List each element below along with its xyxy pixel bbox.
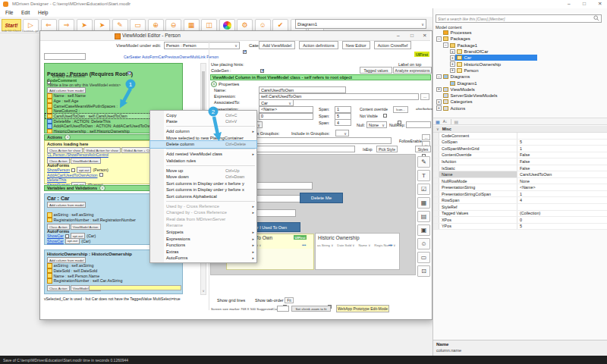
menu-item-rename[interactable]: Rename xyxy=(150,222,256,229)
requires-root-checkbox[interactable] xyxy=(127,71,131,75)
menu-item-paste[interactable]: PasteCtrl+V xyxy=(150,118,256,125)
property-value[interactable]: <Name> xyxy=(517,184,607,190)
sort-az-icon[interactable]: A↓ xyxy=(443,119,448,124)
viewmodel-column-row[interactable]: DateSold : self.DateSold xyxy=(46,268,182,274)
autoform-link[interactable]: DeleteThis xyxy=(47,177,66,182)
menu-item-changed-by-cross-reference[interactable]: Changed by - Cross Reference▸ xyxy=(150,209,256,216)
model-search-input[interactable]: Start a search like this [Class].[Member… xyxy=(436,14,602,23)
presentation-span-input[interactable] xyxy=(335,106,351,113)
webapp-prototype-button[interactable]: WebApp Prototype Edit-Mode xyxy=(336,305,389,312)
editor-minimize-button[interactable]: – xyxy=(397,33,400,39)
property-value[interactable]: None xyxy=(517,178,607,184)
tree-item-package1[interactable]: −Package1 xyxy=(435,42,606,49)
autoform-link[interactable]: AddACarIUsedToOwnAction xyxy=(47,173,98,177)
menu-item-autoforms[interactable]: AutoForms▸ xyxy=(150,255,256,262)
menu-help[interactable]: Help xyxy=(38,10,48,15)
filter-input[interactable] xyxy=(44,53,86,60)
menu-item-snippets[interactable]: Snippets▸ xyxy=(150,229,256,236)
tree-item-historicownership[interactable]: +HistoricOwnership xyxy=(435,61,606,67)
property-row-colspanwheningrid[interactable]: ColSpanWhenInGrid1 xyxy=(433,146,607,152)
menu-item-functions[interactable]: Functions▸ xyxy=(150,242,256,249)
autoform-checkbox[interactable] xyxy=(65,234,69,238)
autoform-link[interactable]: ShowCar xyxy=(47,239,64,243)
property-pages-icon[interactable]: ▤ xyxy=(454,119,459,124)
header-button-action-definitions[interactable]: Action definitions xyxy=(299,41,338,49)
property-row-presentationstring[interactable]: PresentationString<Name> xyxy=(433,184,607,191)
class-action-link[interactable]: CL.Person./ShowPersonAsInControl xyxy=(47,152,109,157)
menu-item-validation-rules[interactable]: Validation rules xyxy=(150,157,256,164)
grid-column-header[interactable]: Date Sold ∨ xyxy=(337,243,354,247)
property-row-name[interactable]: NameCarsIUsedToOwn xyxy=(433,171,607,178)
viewmodel-column-row[interactable]: Age : self.Age xyxy=(46,99,182,104)
analyze-expressions-button[interactable]: Analyze expressions xyxy=(393,67,432,74)
menu-item-move-up[interactable]: Move upCtrl+Up xyxy=(150,167,256,174)
property-row-rowspan[interactable]: RowSpan4 xyxy=(433,197,607,204)
property-value[interactable]: 0 xyxy=(517,217,607,223)
property-value[interactable] xyxy=(517,204,607,210)
menu-item-sort-columns-in-display-order-x-before-y[interactable]: Sort columns in Display order x before y xyxy=(150,180,256,187)
historic-action-input[interactable] xyxy=(89,285,181,290)
property-value[interactable]: 1 xyxy=(517,146,607,152)
property-row-isstatic[interactable]: IsStaticFalse xyxy=(433,165,607,172)
property-row-isaction[interactable]: IsActionFalse xyxy=(433,158,607,165)
tree-item-serversideviewmodels[interactable]: ServerSideViewModels xyxy=(435,93,606,99)
fit-button[interactable]: Fit xyxy=(285,297,294,303)
autoform-checkbox[interactable] xyxy=(99,173,103,177)
text-icon[interactable]: T xyxy=(417,170,430,181)
opt-out-chip[interactable]: opt-out xyxy=(65,238,80,244)
property-value[interactable] xyxy=(517,133,607,139)
scroll-down-icon[interactable]: ∨ xyxy=(203,289,205,293)
property-value[interactable]: CarsIUsedToOwn xyxy=(517,171,607,177)
grid-icon[interactable]: ▦ xyxy=(417,197,430,209)
property-value[interactable]: False xyxy=(517,158,607,165)
column-input[interactable] xyxy=(259,113,313,120)
tree-item-categories[interactable]: +Categories xyxy=(435,99,606,105)
menu-item-delete-column[interactable]: Delete columnCtrl+Delete xyxy=(150,141,256,148)
action-button-viewmodel-action[interactable]: ViewModel Action xyxy=(71,224,101,230)
menu-item-used-by-cross-reference[interactable]: Used by - Cross Reference▸ xyxy=(150,202,256,209)
property-category-header[interactable]: ∨ Misc xyxy=(433,126,607,133)
content-override-checkbox[interactable] xyxy=(383,114,387,118)
editor-close-button[interactable]: ✕ xyxy=(423,33,426,39)
viewmodel-column-row[interactable]: Name : self.Person.Name xyxy=(46,273,182,278)
filter-links[interactable]: CarSeater AutoFormCarPreviousOwnerMultiL… xyxy=(124,55,219,59)
property-row-xpos[interactable]: XPos0 xyxy=(433,217,607,224)
properties-collapse-icon[interactable]: ∧ xyxy=(211,81,217,87)
property-value[interactable]: 5 xyxy=(517,140,607,146)
menu-item-expressions[interactable]: Expressions▸ xyxy=(150,235,256,242)
tree-item-car[interactable]: +Car xyxy=(435,55,606,61)
grid-menu-dots[interactable]: ••• xyxy=(388,243,392,247)
categ-checkbox[interactable] xyxy=(243,50,247,54)
property-value[interactable]: 5 xyxy=(517,224,607,230)
ellipsis-button[interactable]: ... xyxy=(422,134,430,140)
menu-item-copy[interactable]: CopyCtrl+C xyxy=(150,112,256,119)
icon-button[interactable]: Icon... xyxy=(393,106,408,113)
header-button-add-viewmodel[interactable]: Add ViewModel xyxy=(259,41,295,49)
menu-item-move-down[interactable]: Move downCtrl+Down xyxy=(150,174,256,180)
image-icon[interactable]: ▣ xyxy=(417,224,430,236)
menu-item-real-data-from-mdrivenserver[interactable]: Real data from MDrivenServer xyxy=(150,216,256,223)
viewmodel-column-row[interactable]: asString : self.asString xyxy=(46,263,182,268)
menu-item-move-selected-to-new-placingcontainer[interactable]: Move selected to new PlacingContainer xyxy=(150,134,256,141)
button-icon[interactable]: ▭ xyxy=(417,252,430,263)
property-row-ypos[interactable]: YPos5 xyxy=(433,224,607,231)
viewmodel-column-row[interactable]: Name : self.Name xyxy=(46,93,182,99)
nullrep-input[interactable] xyxy=(406,121,431,128)
collapse-icon[interactable]: ∧ xyxy=(64,134,71,140)
add-column-button[interactable]: Add column from model xyxy=(47,202,86,208)
editor-maximize-button[interactable]: □ xyxy=(410,33,414,39)
diagram-combo[interactable]: Diagram1 ∨ xyxy=(295,19,426,29)
checkbox-icon[interactable]: ☑ xyxy=(417,184,430,195)
header-button-action-crossref[interactable]: Action CrossRef xyxy=(374,41,412,49)
pick-style-button[interactable]: Pick Style xyxy=(376,146,398,152)
property-value[interactable]: False xyxy=(517,165,607,171)
menu-item-add-column[interactable]: Add column▸ xyxy=(150,128,256,135)
suggested-count-input[interactable] xyxy=(277,306,289,312)
categorized-view-icon[interactable]: ▦ xyxy=(436,119,440,124)
expand-icon[interactable]: ∨ xyxy=(99,185,105,191)
main-maximize-button[interactable]: □ xyxy=(583,2,586,7)
viewmodel-column-row[interactable]: CamelCaseMeansWePutInSpaces : xyxy=(46,103,182,108)
list-icon[interactable]: ▤ xyxy=(417,211,430,222)
use-placing-checkbox[interactable] xyxy=(260,69,264,73)
grid-column-header[interactable]: Name ∨ xyxy=(359,243,371,247)
